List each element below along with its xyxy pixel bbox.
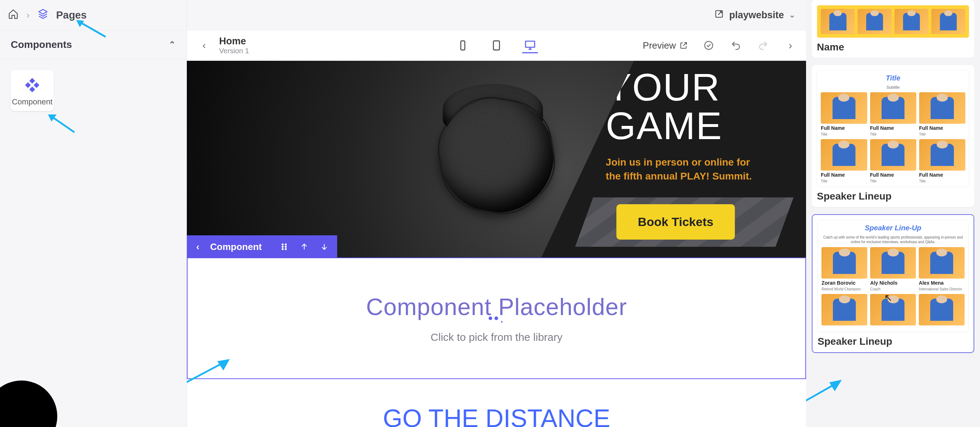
home-icon[interactable] [8, 9, 19, 22]
component-tile-label: Component [12, 97, 52, 106]
pages-icon[interactable] [38, 9, 48, 22]
move-up-button[interactable] [299, 242, 309, 251]
redo-button[interactable] [757, 39, 770, 52]
component-icon [24, 76, 41, 94]
project-name: playwebsite [729, 10, 784, 21]
component-placeholder[interactable]: Component Placeholder Click to pick from… [187, 257, 806, 379]
editor-toolbar: ‹ Home Version 1 Preview [187, 30, 806, 61]
component-library-panel[interactable]: Name Title Subtitle Full NameTitleFull N… [806, 0, 980, 427]
svg-point-6 [705, 41, 713, 50]
nav-forward-button[interactable]: › [784, 39, 797, 52]
svg-point-12 [285, 249, 286, 249]
svg-point-10 [285, 244, 286, 245]
loading-indicator: ••. [488, 311, 505, 326]
svg-point-8 [282, 246, 283, 247]
breadcrumb-pages[interactable]: Pages [56, 9, 87, 21]
project-select[interactable]: playwebsite ⌄ [714, 9, 795, 21]
speaker-cell: Full NameTitle [821, 139, 867, 183]
component-floating-toolbar: ‹ Component [187, 235, 337, 258]
speaker-cell: Alex MenaInternational Sales Director [919, 247, 965, 291]
annotation-arrow [46, 111, 78, 136]
undo-button[interactable] [729, 39, 742, 52]
speaker-cell [870, 294, 916, 328]
speaker-cell: Full NameTitle [919, 92, 965, 136]
go-distance-heading: GO THE DISTANCE [187, 379, 806, 427]
speaker-cell: Aly NicholsCoach [870, 247, 916, 291]
chevron-down-icon: ⌄ [789, 10, 795, 20]
hero-subtitle: Join us in person or online for the fift… [606, 155, 756, 183]
library-card-title: Speaker Lineup [817, 190, 969, 202]
library-card-name[interactable]: Name [812, 0, 974, 58]
svg-rect-5 [526, 41, 535, 47]
chevron-up-icon: ⌃ [169, 40, 176, 50]
svg-marker-1 [48, 114, 57, 122]
approve-button[interactable] [702, 39, 715, 52]
external-link-icon [679, 41, 688, 50]
book-tickets-button[interactable]: Book Tickets [616, 205, 735, 240]
library-card-speaker-lineup-1[interactable]: Title Subtitle Full NameTitleFull NameTi… [812, 65, 974, 207]
svg-point-11 [285, 246, 286, 247]
page-version: Version 1 [219, 47, 249, 55]
component-toolbar-label: Component [210, 241, 262, 252]
speaker-cell [821, 294, 867, 328]
library-thumb-grid: Full NameTitleFull NameTitleFull NameTit… [821, 92, 965, 183]
hero-section[interactable]: YOUR GAME Join us in person or online fo… [187, 61, 806, 257]
library-card-speaker-lineup-2[interactable]: Speaker Line-Up Catch up with some of th… [812, 214, 974, 353]
breadcrumb: › Pages [0, 0, 186, 30]
svg-point-7 [282, 244, 283, 245]
component-tile[interactable]: Component [11, 70, 54, 111]
components-section-label: Components [11, 39, 72, 51]
export-icon [714, 9, 724, 21]
svg-point-9 [282, 249, 283, 249]
speaker-cell: Full NameTitle [919, 139, 965, 183]
library-thumb-grid: Zoran BorovicRetired World ChampionAly N… [821, 247, 965, 328]
preview-button[interactable]: Preview [643, 40, 688, 51]
speaker-cell: Full NameTitle [870, 139, 916, 183]
svg-rect-4 [493, 41, 500, 50]
library-thumb-subtitle: Catch up with some of the world's leadin… [821, 235, 965, 244]
project-bar: playwebsite ⌄ [187, 0, 806, 30]
viewport-desktop[interactable] [522, 38, 538, 53]
components-section-header[interactable]: Components ⌃ [0, 30, 186, 59]
svg-rect-3 [461, 41, 465, 50]
hero-angled-panel: Book Tickets [575, 197, 794, 247]
library-thumb-subtitle: Subtitle [821, 85, 965, 89]
svg-marker-14 [829, 380, 842, 391]
hero-headline-line2: GAME [606, 106, 784, 145]
speaker-cell: Full NameTitle [821, 92, 867, 136]
library-card-title: Speaker Lineup [818, 336, 969, 347]
placeholder-subtitle: Click to pick from the library [431, 331, 562, 343]
page-title-block[interactable]: Home Version 1 [219, 36, 249, 55]
viewport-phone[interactable] [455, 38, 471, 53]
library-thumb-title: Title [821, 74, 965, 82]
library-thumb [817, 5, 969, 38]
viewport-switcher [455, 38, 538, 53]
page-canvas[interactable]: YOUR GAME Join us in person or online fo… [187, 61, 806, 427]
speaker-cell [919, 294, 965, 328]
speaker-cell: Zoran BorovicRetired World Champion [821, 247, 867, 291]
chat-bubble[interactable] [0, 381, 57, 427]
page-name: Home [219, 36, 249, 47]
hero-headline-line1: YOUR [606, 68, 784, 106]
move-down-button[interactable] [320, 242, 329, 251]
library-card-title: Name [817, 41, 969, 53]
library-thumb-title: Speaker Line-Up [821, 224, 965, 232]
annotation-arrow [806, 373, 845, 416]
preview-label: Preview [643, 40, 676, 51]
hero-basketball-figure [421, 84, 572, 234]
viewport-tablet[interactable] [488, 38, 504, 53]
chevron-right-icon: › [27, 10, 30, 21]
chevron-left-icon[interactable]: ‹ [196, 241, 199, 252]
nav-back-button[interactable]: ‹ [196, 38, 212, 53]
speaker-cell: Full NameTitle [870, 92, 916, 136]
drag-handle-icon[interactable] [280, 242, 289, 251]
